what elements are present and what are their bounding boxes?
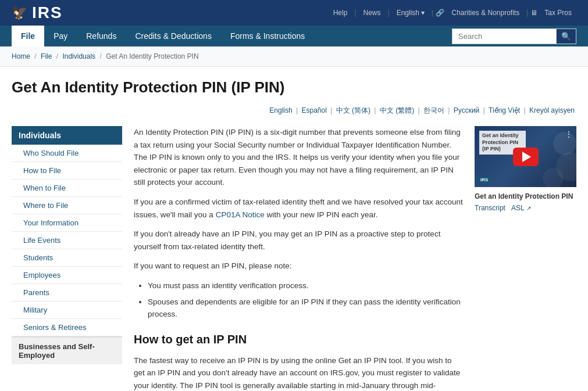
sidebar-item-students[interactable]: Students xyxy=(12,249,122,267)
nav-pay[interactable]: Pay xyxy=(44,26,77,46)
breadcrumb-individuals[interactable]: Individuals xyxy=(62,52,95,60)
lang-russian[interactable]: Русский xyxy=(454,106,480,114)
external-link-icon: ↗ xyxy=(526,205,531,211)
breadcrumb: Home / File / Individuals / Get An Ident… xyxy=(0,46,588,67)
sidebar-item-when-to-file[interactable]: When to File xyxy=(12,180,122,197)
nav-file[interactable]: File xyxy=(12,26,44,46)
sidebar-item-life-events[interactable]: Life Events xyxy=(12,232,122,249)
taxpros-link[interactable]: Tax Pros xyxy=(540,9,576,17)
lang-creole[interactable]: Kreyòl ayisyen xyxy=(529,106,575,114)
video-options-icon[interactable]: ⋮ xyxy=(565,130,573,139)
news-link[interactable]: News xyxy=(359,9,386,17)
sidebar-active-section: Individuals xyxy=(12,126,122,145)
page-title: Get An Identity Protection PIN (IP PIN) xyxy=(12,78,576,96)
taxpros-icon: 🖥 xyxy=(530,9,537,17)
intro-paragraph-1: An Identity Protection PIN (IP PIN) is a… xyxy=(134,126,463,189)
lang-chinese-simplified[interactable]: 中文 (简体) xyxy=(336,106,370,114)
nav-search: 🔍 xyxy=(452,28,576,44)
video-panel: Get an Identity Protection PIN (IP PIN) … xyxy=(475,126,576,391)
nav-credits[interactable]: Credits & Deductions xyxy=(126,26,221,46)
content-layout: Individuals Who Should File How to File … xyxy=(12,126,576,391)
nav-bar: File Pay Refunds Credits & Deductions Fo… xyxy=(0,26,588,46)
intro-paragraph-2: If you are a confirmed victim of tax-rel… xyxy=(134,196,463,221)
sidebar-businesses-section[interactable]: Businesses and Self-Employed xyxy=(12,336,122,364)
lang-chinese-traditional[interactable]: 中文 (繁體) xyxy=(380,106,414,114)
video-thumbnail[interactable]: Get an Identity Protection PIN (IP PIN) … xyxy=(475,126,576,187)
cp01a-link[interactable]: CP01A Notice xyxy=(216,210,265,219)
top-bar-links: Help | News | English ▾ | 🔗 Charities & … xyxy=(329,9,576,17)
play-button[interactable] xyxy=(513,148,539,166)
language-link[interactable]: English ▾ xyxy=(392,9,430,17)
sidebar-item-how-to-file[interactable]: How to File xyxy=(12,162,122,180)
irs-logo-text: IRS xyxy=(32,3,63,22)
main-content: Get An Identity Protection PIN (IP PIN) … xyxy=(0,67,588,391)
intro-paragraph-4: If you want to request an IP PIN, please… xyxy=(134,260,463,272)
nav-items: File Pay Refunds Credits & Deductions Fo… xyxy=(12,26,314,46)
bullet-item-2: Spouses and dependents are eligible for … xyxy=(148,296,463,321)
lang-english[interactable]: English xyxy=(269,106,292,114)
bullet-list: You must pass an identity verification p… xyxy=(148,279,463,321)
video-links: Transcript ASL ↗ xyxy=(475,204,576,212)
lang-espanol[interactable]: Español xyxy=(301,106,326,114)
language-bar: English | Español | 中文 (简体) | 中文 (繁體) | … xyxy=(12,106,576,116)
search-input[interactable] xyxy=(452,28,557,44)
how-to-section-title: How to get an IP PIN xyxy=(134,330,463,349)
breadcrumb-home[interactable]: Home xyxy=(12,52,30,60)
help-link[interactable]: Help xyxy=(329,9,352,17)
eagle-icon: 🦅 xyxy=(12,5,27,20)
lang-vietnamese[interactable]: Tiếng Việt xyxy=(489,106,520,114)
sidebar: Individuals Who Should File How to File … xyxy=(12,126,122,391)
play-triangle-icon xyxy=(522,152,531,162)
sidebar-item-where-to-file[interactable]: Where to File xyxy=(12,197,122,214)
charities-link[interactable]: Charities & Nonprofits xyxy=(447,9,524,17)
search-button[interactable]: 🔍 xyxy=(557,28,576,44)
nav-forms[interactable]: Forms & Instructions xyxy=(221,26,314,46)
sidebar-item-your-information[interactable]: Your Information xyxy=(12,214,122,232)
lang-korean[interactable]: 한국어 xyxy=(423,106,444,114)
sidebar-item-who-should-file[interactable]: Who Should File xyxy=(12,145,122,162)
article: An Identity Protection PIN (IP PIN) is a… xyxy=(134,126,463,391)
charities-icon: 🔗 xyxy=(436,9,444,17)
irs-video-logo: IRS xyxy=(478,176,490,184)
top-bar: 🦅 IRS Help | News | English ▾ | 🔗 Charit… xyxy=(0,0,588,26)
video-caption: Get an Identity Protection PIN xyxy=(475,192,576,202)
breadcrumb-current: Get An Identity Protection PIN xyxy=(106,52,198,60)
sidebar-item-parents[interactable]: Parents xyxy=(12,284,122,302)
breadcrumb-file[interactable]: File xyxy=(41,52,52,60)
irs-logo: 🦅 IRS xyxy=(12,3,63,22)
how-to-paragraph: The fastest way to receive an IP PIN is … xyxy=(134,354,463,391)
nav-refunds[interactable]: Refunds xyxy=(77,26,126,46)
asl-link[interactable]: ASL ↗ xyxy=(511,204,531,212)
sidebar-item-military[interactable]: Military xyxy=(12,302,122,319)
intro-paragraph-3: If you don't already have an IP PIN, you… xyxy=(134,228,463,253)
bullet-item-1: You must pass an identity verification p… xyxy=(148,279,463,292)
sidebar-item-seniors-retirees[interactable]: Seniors & Retirees xyxy=(12,319,122,336)
sidebar-item-employees[interactable]: Employees xyxy=(12,267,122,284)
transcript-link[interactable]: Transcript xyxy=(475,204,505,212)
